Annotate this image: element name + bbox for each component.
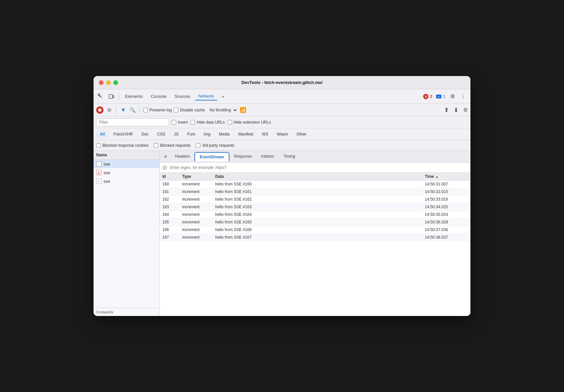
event-row[interactable]: 166incrementhello from SSE #16614:50:37.… bbox=[160, 226, 470, 234]
event-row[interactable]: 163incrementhello from SSE #16314:50:34.… bbox=[160, 203, 470, 211]
event-type: increment bbox=[182, 227, 215, 232]
event-row[interactable]: 164incrementhello from SSE #16414:50:35.… bbox=[160, 211, 470, 218]
blocked-bar: Blocked response cookies Blocked request… bbox=[94, 140, 470, 151]
invert-input[interactable] bbox=[172, 120, 176, 125]
event-table-header: Id Type Data Time ▲ bbox=[160, 173, 470, 180]
blocked-cookies-input[interactable] bbox=[96, 143, 101, 148]
hide-data-urls-checkbox[interactable]: Hide data URLs bbox=[190, 120, 225, 125]
inspect-element-icon[interactable] bbox=[96, 92, 105, 101]
detail-tab-headers[interactable]: Headers bbox=[170, 152, 194, 161]
sidebar-item-sse1[interactable]: sse bbox=[94, 160, 159, 168]
type-filter-wasm[interactable]: Wasm bbox=[273, 131, 292, 137]
event-time: 14:50:33.016 bbox=[425, 197, 468, 202]
type-filter-ws[interactable]: WS bbox=[258, 131, 272, 137]
hide-ext-urls-input[interactable] bbox=[227, 120, 232, 125]
tab-console[interactable]: Console bbox=[147, 93, 170, 100]
maximize-button[interactable] bbox=[113, 80, 118, 85]
main-content: Name sse{}sse□sse 3 requests ✕ HeadersEv… bbox=[94, 151, 470, 316]
close-button[interactable] bbox=[99, 80, 103, 85]
type-filter-bar: AllFetch/XHRDocCSSJSFontImgMediaManifest… bbox=[94, 128, 470, 140]
detail-tab-eventstream[interactable]: EventStream bbox=[194, 152, 229, 161]
error-badge: ✕ 2 bbox=[423, 94, 432, 99]
regex-clear-button[interactable]: ⊘ bbox=[162, 164, 167, 171]
disable-cache-input[interactable] bbox=[174, 108, 178, 112]
disable-cache-checkbox[interactable]: Disable cache bbox=[174, 108, 205, 112]
filter-icon[interactable]: ▼ bbox=[120, 106, 127, 114]
event-time: 14:50:36.029 bbox=[425, 220, 468, 224]
type-filter-img[interactable]: Img bbox=[200, 131, 214, 137]
type-filter-doc[interactable]: Doc bbox=[138, 131, 152, 137]
event-id: 165 bbox=[162, 220, 182, 224]
sidebar-header: Name bbox=[94, 151, 159, 160]
blocked-requests-checkbox[interactable]: Blocked requests bbox=[154, 143, 190, 148]
tab-elements[interactable]: Elements bbox=[122, 93, 146, 100]
blocked-requests-input[interactable] bbox=[154, 143, 158, 148]
svg-text:≡: ≡ bbox=[438, 96, 439, 98]
sidebar-item-label: sse bbox=[103, 162, 110, 167]
detail-tab-initiator[interactable]: Initiator bbox=[257, 152, 279, 161]
event-id: 161 bbox=[162, 189, 182, 194]
hide-data-urls-input[interactable] bbox=[190, 120, 195, 125]
type-filter-fetch_xhr[interactable]: Fetch/XHR bbox=[110, 131, 137, 137]
detail-tabs-container: HeadersEventStreamResponseInitiatorTimin… bbox=[170, 152, 300, 161]
detail-tab-response[interactable]: Response bbox=[229, 152, 257, 161]
wifi-icon: 📶 bbox=[240, 107, 246, 113]
event-data: hello from SSE #160 bbox=[215, 182, 425, 186]
svg-rect-2 bbox=[113, 96, 114, 98]
type-filter-media[interactable]: Media bbox=[215, 131, 233, 137]
throttle-select[interactable]: No throttling bbox=[207, 107, 238, 113]
event-type: increment bbox=[182, 189, 215, 194]
event-id: 166 bbox=[162, 227, 182, 232]
type-filter-js[interactable]: JS bbox=[170, 131, 182, 137]
sidebar-item-label: sse bbox=[103, 179, 110, 184]
third-party-input[interactable] bbox=[196, 143, 200, 148]
sidebar-item-sse2[interactable]: {}sse bbox=[94, 168, 159, 177]
invert-checkbox[interactable]: Invert bbox=[172, 120, 188, 125]
blocked-cookies-checkbox[interactable]: Blocked response cookies bbox=[96, 143, 148, 148]
type-filter-manifest[interactable]: Manifest bbox=[235, 131, 257, 137]
tab-more[interactable]: » bbox=[219, 93, 227, 100]
type-filter-font[interactable]: Font bbox=[183, 131, 199, 137]
tab-sources[interactable]: Sources bbox=[171, 93, 194, 100]
download-icon[interactable]: ⬇ bbox=[454, 106, 459, 114]
minimize-button[interactable] bbox=[106, 80, 111, 85]
event-data: hello from SSE #166 bbox=[215, 227, 425, 232]
sidebar-item-label: sse bbox=[103, 170, 110, 175]
more-menu-icon[interactable]: ⋮ bbox=[459, 92, 468, 101]
network-toolbar: ⊘ ▼ 🔍 Preserve log Disable cache No thro… bbox=[94, 104, 470, 116]
device-toggle-icon[interactable] bbox=[107, 92, 116, 101]
event-id: 164 bbox=[162, 212, 182, 217]
col-time-header: Time ▲ bbox=[425, 174, 468, 179]
event-row[interactable]: 160incrementhello from SSE #16014:50:31.… bbox=[160, 180, 470, 188]
event-time: 14:50:38.037 bbox=[425, 235, 468, 240]
type-filter-css[interactable]: CSS bbox=[153, 131, 169, 137]
record-inner bbox=[98, 108, 101, 112]
event-row[interactable]: 161incrementhello from SSE #16114:50:32.… bbox=[160, 188, 470, 196]
sse-icon: {} bbox=[96, 170, 101, 175]
titlebar: DevTools - fetch-eventstream.glitch.me/ bbox=[94, 76, 470, 89]
preserve-log-checkbox[interactable]: Preserve log bbox=[143, 108, 172, 112]
close-detail-button[interactable]: ✕ bbox=[161, 153, 170, 161]
clear-button[interactable]: ⊘ bbox=[105, 106, 113, 114]
regex-input[interactable] bbox=[170, 165, 468, 170]
record-button[interactable] bbox=[96, 106, 103, 114]
preserve-log-input[interactable] bbox=[143, 108, 148, 112]
detail-tab-timing[interactable]: Timing bbox=[279, 152, 300, 161]
event-row[interactable]: 162incrementhello from SSE #16214:50:33.… bbox=[160, 196, 470, 203]
settings-icon[interactable]: ⚙ bbox=[448, 92, 457, 101]
event-data: hello from SSE #162 bbox=[215, 197, 425, 202]
sidebar-item-sse3[interactable]: □sse bbox=[94, 177, 159, 185]
sidebar: Name sse{}sse□sse 3 requests bbox=[94, 151, 160, 316]
event-row[interactable]: 165incrementhello from SSE #16514:50:36.… bbox=[160, 218, 470, 226]
tab-network[interactable]: Network bbox=[195, 92, 218, 100]
type-filter-all[interactable]: All bbox=[96, 131, 108, 137]
type-filter-other[interactable]: Other bbox=[293, 131, 310, 137]
search-icon[interactable]: 🔍 bbox=[129, 106, 136, 114]
network-settings-icon[interactable]: ⚙ bbox=[463, 107, 468, 113]
hide-ext-urls-checkbox[interactable]: Hide extension URLs bbox=[227, 120, 271, 125]
event-id: 162 bbox=[162, 197, 182, 202]
third-party-checkbox[interactable]: 3rd-party requests bbox=[196, 143, 234, 148]
upload-icon[interactable]: ⬆ bbox=[444, 106, 449, 114]
event-row[interactable]: 167incrementhello from SSE #16714:50:38.… bbox=[160, 234, 470, 241]
filter-input[interactable] bbox=[96, 118, 169, 126]
